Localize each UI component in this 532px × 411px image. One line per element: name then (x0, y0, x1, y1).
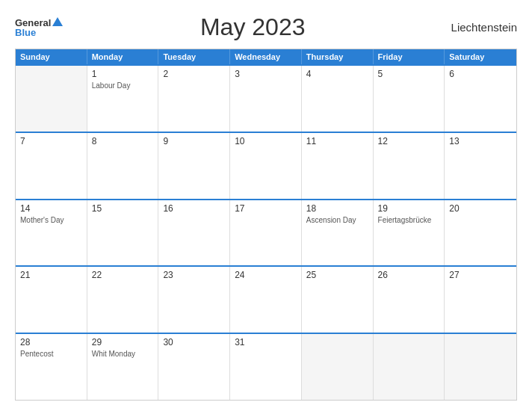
day-number: 22 (92, 270, 154, 280)
calendar-header: Sunday Monday Tuesday Wednesday Thursday… (16, 49, 516, 64)
calendar-cell: 3 (230, 66, 302, 132)
day-number: 24 (235, 270, 297, 280)
calendar-cell: 17 (230, 200, 302, 266)
calendar-body: 1Labour Day234567891011121314Mother's Da… (16, 64, 516, 400)
calendar-week-1: 1Labour Day23456 (16, 64, 516, 132)
calendar-cell: 14Mother's Day (16, 200, 87, 266)
day-number: 3 (235, 69, 297, 79)
day-number: 6 (449, 69, 512, 79)
calendar-cell: 5 (374, 66, 445, 132)
header: General Blue May 2023 Liechtenstein (15, 13, 517, 41)
col-thursday: Thursday (302, 49, 374, 64)
calendar-cell: 19Feiertagsbrücke (374, 200, 445, 266)
calendar-cell: 22 (87, 267, 159, 333)
logo-triangle-icon (52, 17, 63, 26)
calendar-cell (16, 66, 87, 132)
calendar-cell: 16 (158, 200, 230, 266)
day-event: Whit Monday (92, 349, 154, 359)
col-friday: Friday (374, 49, 445, 64)
calendar-cell: 31 (230, 334, 302, 400)
calendar-cell (445, 334, 516, 400)
day-number: 20 (449, 203, 512, 214)
day-number: 28 (20, 337, 82, 347)
day-number: 7 (20, 136, 82, 146)
calendar-week-3: 14Mother's Day15161718Ascension Day19Fei… (16, 199, 516, 266)
day-number: 10 (235, 136, 297, 146)
calendar-title: May 2023 (63, 13, 442, 41)
day-number: 26 (378, 270, 440, 280)
calendar-cell: 30 (158, 334, 230, 400)
day-number: 1 (92, 69, 154, 79)
col-saturday: Saturday (445, 49, 516, 64)
calendar-cell: 7 (16, 133, 87, 199)
day-number: 15 (92, 203, 154, 214)
day-number: 27 (449, 270, 512, 280)
day-number: 21 (20, 270, 82, 280)
calendar-cell: 15 (87, 200, 159, 266)
calendar-cell: 20 (445, 200, 516, 266)
day-number: 30 (163, 337, 225, 347)
day-number: 23 (163, 270, 225, 280)
col-sunday: Sunday (16, 49, 87, 64)
calendar-cell: 25 (302, 267, 374, 333)
day-number: 2 (163, 69, 225, 79)
calendar-cell: 29Whit Monday (87, 334, 159, 400)
col-monday: Monday (87, 49, 159, 64)
day-number: 16 (163, 203, 225, 214)
day-event: Feiertagsbrücke (378, 215, 440, 225)
day-number: 5 (378, 69, 440, 79)
col-wednesday: Wednesday (230, 49, 302, 64)
calendar-week-4: 21222324252627 (16, 265, 516, 333)
calendar-cell (374, 334, 445, 400)
day-number: 25 (306, 270, 368, 280)
calendar-cell: 1Labour Day (87, 66, 159, 132)
day-number: 9 (163, 136, 225, 146)
country-label: Liechtenstein (442, 21, 517, 34)
calendar-cell: 12 (374, 133, 445, 199)
calendar-page: General Blue May 2023 Liechtenstein Sund… (0, 0, 532, 411)
calendar-cell: 23 (158, 267, 230, 333)
col-tuesday: Tuesday (158, 49, 230, 64)
calendar-cell: 4 (302, 66, 374, 132)
calendar-cell: 8 (87, 133, 159, 199)
calendar-week-5: 28Pentecost29Whit Monday3031 (16, 333, 516, 400)
calendar-cell: 10 (230, 133, 302, 199)
calendar-cell: 9 (158, 133, 230, 199)
calendar-week-2: 78910111213 (16, 132, 516, 199)
day-event: Ascension Day (306, 215, 368, 225)
day-number: 19 (378, 203, 440, 214)
day-number: 8 (92, 136, 154, 146)
day-number: 17 (235, 203, 297, 214)
day-number: 12 (378, 136, 440, 146)
logo-row1: General (15, 17, 63, 28)
calendar-cell (302, 334, 374, 400)
logo-wrapper: General Blue (15, 17, 63, 37)
calendar-cell: 21 (16, 267, 87, 333)
calendar-cell: 27 (445, 267, 516, 333)
calendar-cell: 26 (374, 267, 445, 333)
day-number: 4 (306, 69, 368, 79)
calendar: Sunday Monday Tuesday Wednesday Thursday… (15, 49, 517, 401)
day-event: Mother's Day (20, 215, 82, 225)
day-number: 14 (20, 203, 82, 214)
calendar-cell: 6 (445, 66, 516, 132)
day-event: Labour Day (92, 81, 154, 90)
day-event: Pentecost (20, 349, 82, 359)
calendar-cell: 2 (158, 66, 230, 132)
calendar-cell: 13 (445, 133, 516, 199)
day-number: 18 (306, 203, 368, 214)
day-number: 31 (235, 337, 297, 347)
calendar-cell: 24 (230, 267, 302, 333)
calendar-cell: 11 (302, 133, 374, 199)
day-number: 11 (306, 136, 368, 146)
logo-blue-text: Blue (15, 28, 63, 37)
logo: General Blue (15, 17, 63, 37)
calendar-cell: 28Pentecost (16, 334, 87, 400)
logo-general-text: General (15, 18, 51, 28)
day-number: 29 (92, 337, 154, 347)
calendar-cell: 18Ascension Day (302, 200, 374, 266)
day-number: 13 (449, 136, 512, 146)
